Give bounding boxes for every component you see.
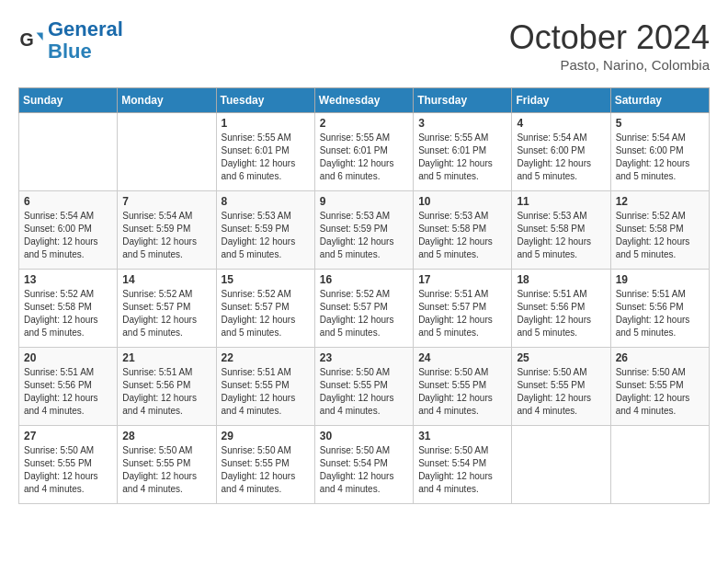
day-info: Sunrise: 5:50 AM Sunset: 5:54 PM Dayligh…	[320, 444, 408, 496]
calendar-week-row: 13Sunrise: 5:52 AM Sunset: 5:58 PM Dayli…	[19, 270, 710, 348]
day-number: 24	[418, 351, 506, 364]
day-info: Sunrise: 5:52 AM Sunset: 5:58 PM Dayligh…	[616, 210, 704, 261]
calendar-week-row: 6Sunrise: 5:54 AM Sunset: 6:00 PM Daylig…	[19, 191, 710, 270]
calendar-day-22: 22Sunrise: 5:51 AM Sunset: 5:55 PM Dayli…	[216, 348, 314, 426]
calendar-day-15: 15Sunrise: 5:52 AM Sunset: 5:57 PM Dayli…	[216, 270, 314, 348]
calendar-day-1: 1Sunrise: 5:55 AM Sunset: 6:01 PM Daylig…	[216, 113, 314, 191]
day-number: 3	[418, 117, 506, 130]
calendar-day-5: 5Sunrise: 5:54 AM Sunset: 6:00 PM Daylig…	[610, 113, 709, 191]
calendar-day-11: 11Sunrise: 5:53 AM Sunset: 5:58 PM Dayli…	[512, 191, 610, 270]
calendar-day-12: 12Sunrise: 5:52 AM Sunset: 5:58 PM Dayli…	[610, 191, 709, 270]
day-info: Sunrise: 5:55 AM Sunset: 6:01 PM Dayligh…	[418, 132, 506, 183]
title-block: October 2024 Pasto, Narino, Colombia	[509, 18, 710, 73]
calendar-day-19: 19Sunrise: 5:51 AM Sunset: 5:56 PM Dayli…	[610, 270, 709, 348]
svg-marker-1	[37, 33, 43, 40]
day-info: Sunrise: 5:52 AM Sunset: 5:57 PM Dayligh…	[320, 288, 408, 339]
day-info: Sunrise: 5:50 AM Sunset: 5:55 PM Dayligh…	[222, 444, 310, 496]
logo-icon: G	[18, 28, 44, 53]
day-number: 19	[616, 273, 704, 286]
calendar-day-31: 31Sunrise: 5:50 AM Sunset: 5:54 PM Dayli…	[414, 426, 512, 504]
day-number: 8	[222, 195, 310, 208]
calendar-day-empty	[512, 426, 610, 504]
calendar-day-26: 26Sunrise: 5:50 AM Sunset: 5:55 PM Dayli…	[610, 348, 709, 426]
day-info: Sunrise: 5:51 AM Sunset: 5:55 PM Dayligh…	[222, 366, 310, 418]
day-number: 11	[517, 195, 605, 208]
day-number: 30	[320, 430, 408, 442]
calendar-day-27: 27Sunrise: 5:50 AM Sunset: 5:55 PM Dayli…	[19, 426, 118, 504]
calendar-day-13: 13Sunrise: 5:52 AM Sunset: 5:58 PM Dayli…	[19, 270, 118, 348]
day-number: 4	[517, 117, 605, 130]
day-number: 18	[517, 273, 605, 286]
day-number: 25	[517, 351, 605, 364]
calendar-body: 1Sunrise: 5:55 AM Sunset: 6:01 PM Daylig…	[19, 113, 710, 504]
day-info: Sunrise: 5:50 AM Sunset: 5:55 PM Dayligh…	[418, 366, 506, 418]
day-number: 14	[122, 273, 210, 286]
day-number: 6	[24, 195, 112, 208]
calendar-day-10: 10Sunrise: 5:53 AM Sunset: 5:58 PM Dayli…	[414, 191, 512, 270]
day-info: Sunrise: 5:53 AM Sunset: 5:58 PM Dayligh…	[418, 210, 506, 261]
calendar-day-29: 29Sunrise: 5:50 AM Sunset: 5:55 PM Dayli…	[216, 426, 314, 504]
calendar-day-17: 17Sunrise: 5:51 AM Sunset: 5:57 PM Dayli…	[414, 270, 512, 348]
calendar-day-3: 3Sunrise: 5:55 AM Sunset: 6:01 PM Daylig…	[414, 113, 512, 191]
day-info: Sunrise: 5:55 AM Sunset: 6:01 PM Dayligh…	[222, 132, 310, 183]
calendar-week-row: 27Sunrise: 5:50 AM Sunset: 5:55 PM Dayli…	[19, 426, 710, 504]
logo: G General Blue	[18, 18, 123, 63]
logo-blue: Blue	[48, 40, 92, 63]
day-info: Sunrise: 5:51 AM Sunset: 5:56 PM Dayligh…	[122, 366, 210, 418]
day-number: 28	[122, 430, 210, 442]
page-header: G General Blue October 2024 Pasto, Narin…	[18, 18, 710, 73]
day-info: Sunrise: 5:50 AM Sunset: 5:55 PM Dayligh…	[517, 366, 605, 418]
calendar-day-2: 2Sunrise: 5:55 AM Sunset: 6:01 PM Daylig…	[314, 113, 413, 191]
day-info: Sunrise: 5:52 AM Sunset: 5:57 PM Dayligh…	[122, 288, 210, 339]
calendar-day-empty	[610, 426, 709, 504]
day-info: Sunrise: 5:55 AM Sunset: 6:01 PM Dayligh…	[320, 132, 408, 183]
calendar-day-empty	[19, 113, 118, 191]
calendar-day-28: 28Sunrise: 5:50 AM Sunset: 5:55 PM Dayli…	[118, 426, 216, 504]
day-info: Sunrise: 5:54 AM Sunset: 6:00 PM Dayligh…	[24, 210, 112, 261]
calendar-day-30: 30Sunrise: 5:50 AM Sunset: 5:54 PM Dayli…	[314, 426, 413, 504]
day-number: 12	[616, 195, 704, 208]
day-info: Sunrise: 5:50 AM Sunset: 5:55 PM Dayligh…	[616, 366, 704, 418]
weekday-row: SundayMondayTuesdayWednesdayThursdayFrid…	[19, 88, 710, 113]
day-number: 31	[418, 430, 506, 442]
day-info: Sunrise: 5:53 AM Sunset: 5:59 PM Dayligh…	[320, 210, 408, 261]
day-number: 1	[222, 117, 310, 130]
calendar-day-8: 8Sunrise: 5:53 AM Sunset: 5:59 PM Daylig…	[216, 191, 314, 270]
calendar-day-24: 24Sunrise: 5:50 AM Sunset: 5:55 PM Dayli…	[414, 348, 512, 426]
calendar-day-23: 23Sunrise: 5:50 AM Sunset: 5:55 PM Dayli…	[314, 348, 413, 426]
day-number: 22	[222, 351, 310, 364]
weekday-header-wednesday: Wednesday	[314, 88, 413, 113]
day-number: 10	[418, 195, 506, 208]
day-number: 16	[320, 273, 408, 286]
weekday-header-monday: Monday	[118, 88, 216, 113]
day-info: Sunrise: 5:52 AM Sunset: 5:58 PM Dayligh…	[24, 288, 112, 339]
day-number: 5	[616, 117, 704, 130]
weekday-header-thursday: Thursday	[414, 88, 512, 113]
month-title: October 2024	[509, 18, 710, 57]
day-number: 27	[24, 430, 112, 442]
day-number: 15	[222, 273, 310, 286]
calendar-day-6: 6Sunrise: 5:54 AM Sunset: 6:00 PM Daylig…	[19, 191, 118, 270]
day-info: Sunrise: 5:51 AM Sunset: 5:57 PM Dayligh…	[418, 288, 506, 339]
calendar-day-7: 7Sunrise: 5:54 AM Sunset: 5:59 PM Daylig…	[118, 191, 216, 270]
day-number: 20	[24, 351, 112, 364]
day-number: 2	[320, 117, 408, 130]
day-info: Sunrise: 5:53 AM Sunset: 5:59 PM Dayligh…	[222, 210, 310, 261]
weekday-header-friday: Friday	[512, 88, 610, 113]
day-info: Sunrise: 5:54 AM Sunset: 5:59 PM Dayligh…	[122, 210, 210, 261]
day-number: 17	[418, 273, 506, 286]
day-number: 29	[222, 430, 310, 442]
weekday-header-saturday: Saturday	[610, 88, 709, 113]
day-number: 26	[616, 351, 704, 364]
day-number: 23	[320, 351, 408, 364]
svg-text:G: G	[19, 29, 33, 50]
day-info: Sunrise: 5:54 AM Sunset: 6:00 PM Dayligh…	[616, 132, 704, 183]
location-subtitle: Pasto, Narino, Colombia	[509, 57, 710, 73]
day-info: Sunrise: 5:50 AM Sunset: 5:55 PM Dayligh…	[320, 366, 408, 418]
calendar-day-4: 4Sunrise: 5:54 AM Sunset: 6:00 PM Daylig…	[512, 113, 610, 191]
calendar-day-16: 16Sunrise: 5:52 AM Sunset: 5:57 PM Dayli…	[314, 270, 413, 348]
day-info: Sunrise: 5:51 AM Sunset: 5:56 PM Dayligh…	[24, 366, 112, 418]
calendar-day-9: 9Sunrise: 5:53 AM Sunset: 5:59 PM Daylig…	[314, 191, 413, 270]
calendar-day-25: 25Sunrise: 5:50 AM Sunset: 5:55 PM Dayli…	[512, 348, 610, 426]
day-info: Sunrise: 5:52 AM Sunset: 5:57 PM Dayligh…	[222, 288, 310, 339]
